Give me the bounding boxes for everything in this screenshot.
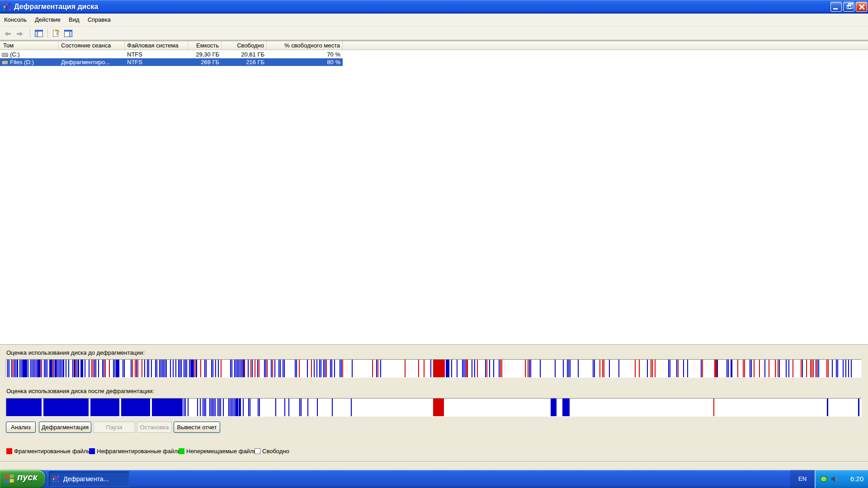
disk-usage-stripe xyxy=(257,360,258,377)
disk-usage-stripe xyxy=(264,360,265,377)
disk-usage-stripe xyxy=(102,360,103,377)
nvidia-tray-icon[interactable] xyxy=(820,475,827,483)
action-pane-icon xyxy=(64,30,72,37)
menu-item-1[interactable]: Действие xyxy=(31,14,65,26)
disk-usage-stripe xyxy=(540,360,541,377)
disk-usage-stripe xyxy=(813,360,814,377)
disk-usage-stripe xyxy=(668,360,669,377)
show-console-tree-button[interactable] xyxy=(35,30,43,37)
disk-usage-stripe xyxy=(728,360,729,377)
forward-button[interactable] xyxy=(15,30,24,37)
disk-usage-stripe xyxy=(109,360,110,377)
disk-usage-stripe xyxy=(817,360,818,377)
disk-usage-stripe xyxy=(288,399,289,416)
defrag-app-icon xyxy=(3,3,11,11)
back-button[interactable] xyxy=(4,30,13,37)
disk-usage-stripe xyxy=(843,360,844,377)
disk-usage-stripe xyxy=(744,360,745,377)
disk-usage-stripe xyxy=(181,360,182,377)
disk-usage-stripe xyxy=(61,360,62,377)
disk-usage-stripe xyxy=(562,399,570,416)
start-button[interactable]: пуск xyxy=(0,470,45,488)
disk-usage-stripe xyxy=(53,360,54,377)
disk-usage-stripe xyxy=(40,360,41,377)
disk-usage-stripe xyxy=(34,360,35,377)
start-button-label: пуск xyxy=(17,472,38,483)
menu-item-3[interactable]: Справка xyxy=(84,14,115,26)
disk-usage-stripe xyxy=(530,360,531,377)
windows-logo-icon xyxy=(5,474,14,484)
taskbar-task-defrag[interactable]: Дефрагмента... xyxy=(49,471,129,487)
title-bar: Дефрагментация диска xyxy=(0,0,868,14)
disk-usage-stripe xyxy=(162,360,163,377)
legend-label: Фрагментированные файлы xyxy=(14,448,91,455)
disk-usage-stripe xyxy=(85,360,85,377)
disk-usage-stripe xyxy=(570,360,571,377)
disk-usage-stripe xyxy=(267,360,268,377)
toolbar-separator xyxy=(47,29,48,38)
forward-arrow-icon xyxy=(20,32,23,36)
table-row[interactable]: (C:)NTFS29,30 ГБ20,61 ГБ70 % xyxy=(0,51,343,58)
disk-usage-stripe xyxy=(341,360,342,377)
column-header-session[interactable]: Состояние сеанса xyxy=(59,41,125,50)
disk-usage-stripe xyxy=(806,360,807,377)
language-indicator[interactable]: EN xyxy=(790,470,815,488)
help-button[interactable]: ? xyxy=(52,30,61,37)
disk-usage-stripe xyxy=(828,360,829,377)
disk-usage-stripe xyxy=(228,399,229,416)
column-header-filesystem[interactable]: Файловая система xyxy=(125,41,188,50)
disk-usage-stripe xyxy=(239,399,241,416)
show-action-pane-button[interactable] xyxy=(64,30,72,37)
disk-usage-stripe xyxy=(826,360,827,377)
disk-usage-stripe xyxy=(188,399,189,416)
disk-usage-stripe xyxy=(114,360,115,377)
disk-usage-stripe xyxy=(57,360,58,377)
disk-usage-stripe xyxy=(147,360,148,377)
disk-usage-stripe xyxy=(63,360,64,377)
disk-usage-stripe xyxy=(858,399,859,416)
table-row[interactable]: Files (D:)Дефрагментиро...NTFS269 ГБ216 … xyxy=(0,58,343,66)
disk-usage-stripe xyxy=(131,360,132,377)
disk-usage-stripe xyxy=(750,360,750,377)
disk-usage-stripe xyxy=(474,360,475,377)
minimize-button[interactable] xyxy=(830,2,842,12)
disk-usage-stripe xyxy=(248,360,249,377)
button-view-report[interactable]: Вывести отчет xyxy=(174,422,220,433)
disk-usage-stripe xyxy=(272,360,273,377)
menu-item-2[interactable]: Вид xyxy=(65,14,84,26)
volume-tray-icon[interactable] xyxy=(831,475,838,483)
disk-usage-stripe xyxy=(647,360,648,377)
cell-free: 20,61 ГБ xyxy=(222,51,267,58)
legend-label: Свободно xyxy=(262,448,289,455)
column-header-free[interactable]: Свободно xyxy=(222,41,267,50)
button-pause: Пауза xyxy=(93,422,135,433)
restore-button[interactable] xyxy=(843,2,854,12)
disk-usage-stripe xyxy=(194,360,195,377)
disk-usage-stripe xyxy=(284,399,285,416)
disk-usage-stripe xyxy=(215,360,216,377)
disk-usage-stripe xyxy=(275,399,276,416)
disk-usage-stripe xyxy=(602,360,603,377)
disk-usage-stripe xyxy=(45,360,46,377)
column-header-free_pct[interactable]: % свободного места xyxy=(267,41,343,50)
disk-usage-stripe xyxy=(321,360,321,377)
legend-label: Неперемещаемые файлы xyxy=(186,448,258,455)
disk-usage-stripe xyxy=(652,360,653,377)
button-defragment[interactable]: Дефрагментация xyxy=(39,422,91,433)
disk-usage-stripe xyxy=(21,360,22,377)
button-analyze[interactable]: Анализ xyxy=(6,422,36,433)
disk-usage-stripe xyxy=(104,360,104,377)
disk-usage-stripe xyxy=(775,360,776,377)
column-header-capacity[interactable]: Емкость xyxy=(188,41,222,50)
disk-usage-stripe xyxy=(332,399,333,416)
disk-usage-stripe xyxy=(342,360,343,377)
disk-usage-stripe xyxy=(380,360,381,377)
close-button[interactable] xyxy=(856,2,867,12)
menu-item-0[interactable]: Консоль xyxy=(0,14,31,26)
disk-usage-stripe xyxy=(170,360,171,377)
disk-usage-stripe xyxy=(193,360,194,377)
column-header-volume[interactable]: Том xyxy=(1,41,59,50)
legend-swatch xyxy=(89,448,95,454)
cell-volume: (C:) xyxy=(1,51,59,58)
disk-usage-stripe xyxy=(232,399,233,416)
